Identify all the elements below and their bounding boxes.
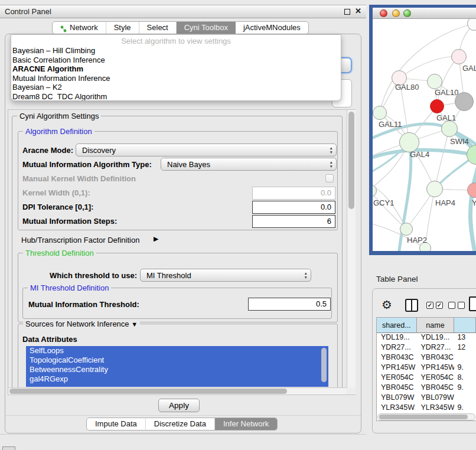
algorithm-option[interactable]: Basic Correlation Inference	[11, 56, 341, 65]
control-panel-bottom-divider	[0, 434, 366, 435]
cell: YBL079W	[417, 393, 455, 403]
network-canvas[interactable]: GAL GAL80 GAL10 GAL1 GAL11 SWI4 GAL4 GCY…	[373, 19, 476, 251]
node-hap2[interactable]	[400, 223, 413, 236]
mi-type-select[interactable]: Naive Bayes ▲▼	[161, 158, 337, 171]
manual-kernel-checkbox[interactable]	[325, 174, 334, 182]
attributes-scrollbar[interactable]	[321, 347, 327, 384]
mi-threshold-field[interactable]: 0.5	[248, 298, 331, 311]
document-icon[interactable]	[469, 296, 476, 311]
minimized-panel-icon[interactable]	[2, 446, 15, 450]
settings-vscrollbar-thumb[interactable]	[348, 112, 354, 209]
aracne-mode-value: Discovery	[82, 146, 116, 155]
apply-button[interactable]: Apply	[158, 399, 200, 412]
attribute-item[interactable]: SelfLoops	[26, 346, 328, 356]
mi-steps-field[interactable]: 6	[252, 215, 335, 228]
table-row[interactable]: YLR345W YLR345W 9.	[377, 403, 476, 413]
aracne-mode-label: Aracne Mode:	[22, 146, 73, 155]
algorithm-option-selected[interactable]: ARACNE Algorithm	[11, 64, 341, 74]
node-swi4[interactable]	[441, 120, 458, 137]
column-layout-icon[interactable]	[405, 299, 418, 312]
cell: YDR27...	[417, 343, 455, 353]
network-window-titlebar[interactable]	[373, 8, 476, 19]
node-gal11[interactable]	[373, 106, 387, 120]
node-hap4[interactable]	[426, 181, 443, 197]
settings-hscrollbar[interactable]	[8, 387, 347, 394]
cell: YBL079W	[377, 393, 417, 403]
tab-select[interactable]: Select	[139, 22, 177, 34]
which-threshold-select[interactable]: MI Threshold ▲▼	[140, 269, 311, 282]
tab-style[interactable]: Style	[106, 22, 139, 34]
which-threshold-value: MI Threshold	[146, 271, 191, 280]
tab-infer-network[interactable]: Infer Network	[215, 418, 277, 430]
table-hscrollbar-thumb[interactable]	[379, 415, 468, 419]
column-header-clipped[interactable]	[454, 318, 476, 333]
table-row[interactable]: YDL19... YDL19... 13	[377, 333, 476, 343]
hub-definition-toggle[interactable]: Hub/Transcription Factor Definition	[21, 236, 139, 244]
table-row[interactable]: YBR043C YBR043C	[377, 353, 476, 363]
algorithm-dropdown-placeholder: Select algorithm to view settings	[11, 35, 341, 46]
cyni-settings-legend: Cyni Algorithm Settings	[17, 112, 101, 120]
expanded-arrow-icon[interactable]: ▼	[131, 321, 138, 328]
column-header-name[interactable]: name	[417, 318, 455, 333]
cell: YER054C	[377, 373, 417, 383]
combo-stepper-icon: ▲▼	[330, 146, 333, 154]
window-close-button[interactable]	[380, 9, 387, 17]
node-label: GCY1	[373, 198, 394, 207]
dpi-tolerance-field[interactable]: 0.0	[252, 201, 335, 214]
cell: 9.	[454, 383, 476, 393]
tab-impute-data[interactable]: Impute Data	[87, 418, 146, 430]
collapsed-arrow-icon[interactable]: ▶	[154, 235, 158, 243]
mi-threshold-legend: MI Threshold Definition	[28, 283, 111, 292]
attribute-item[interactable]: BetweennessCentrality	[26, 365, 328, 374]
float-panel-icon[interactable]	[344, 9, 350, 15]
table-panel-title: Table Panel	[376, 275, 418, 283]
unchecked-box-icon	[458, 302, 465, 309]
attributes-scrollbar-thumb[interactable]	[321, 348, 327, 382]
algorithm-definition-legend: Algorithm Definition	[23, 127, 94, 136]
close-icon[interactable]: ✕	[355, 6, 361, 15]
show-columns-icon[interactable]: ✓ ✓	[426, 302, 443, 309]
tab-network[interactable]: Network	[53, 22, 106, 34]
window-minimize-button[interactable]	[392, 9, 400, 17]
table-row[interactable]: YBL079W YBL079W	[377, 393, 476, 403]
table-row[interactable]: YDR27... YDR27... 12	[377, 343, 476, 353]
algorithm-option[interactable]: Dream8 DC_TDC Algorithm	[11, 92, 341, 102]
table-row[interactable]: YER054C YER054C 8.	[377, 373, 476, 383]
cell: 8.	[454, 373, 476, 383]
threshold-definition-legend: Threshold Definition	[23, 249, 96, 257]
algorithm-option[interactable]: Bayesian – K2	[11, 83, 341, 92]
node-gal-top[interactable]	[451, 49, 467, 64]
settings-hscrollbar-thumb[interactable]	[9, 389, 287, 394]
window-zoom-button[interactable]	[403, 9, 411, 17]
gear-icon[interactable]: ⚙	[382, 297, 392, 312]
attribute-item[interactable]: gal4RGexp	[26, 374, 328, 384]
node-label: HAP2	[407, 236, 427, 244]
tab-discretize-data[interactable]: Discretize Data	[146, 418, 215, 430]
table-row[interactable]: YBR045C YBR045C 9.	[377, 383, 476, 393]
tab-cyni-toolbox[interactable]: Cyni Toolbox	[177, 22, 236, 34]
hide-columns-icon[interactable]	[448, 302, 465, 309]
algorithm-option[interactable]: Mutual Information Inference	[11, 74, 341, 83]
tab-select-label: Select	[147, 22, 168, 34]
node-gal4[interactable]	[399, 132, 419, 152]
node-gal10[interactable]	[427, 74, 442, 89]
cell: YDL19...	[417, 333, 455, 343]
kernel-width-field[interactable]: 0.0	[252, 187, 335, 200]
table-hscrollbar[interactable]	[377, 413, 475, 420]
settings-viewport: Cyni Algorithm Settings Algorithm Defini…	[8, 109, 356, 395]
combo-stepper-icon: ▲▼	[304, 271, 308, 279]
tab-jactivemnodules[interactable]: jActiveMNodules	[236, 22, 308, 34]
attribute-item[interactable]: TopologicalCoefficient	[26, 356, 328, 365]
node-table: shared... name YDL19... YDL19... 13 YDR2…	[376, 317, 476, 421]
settings-vscrollbar[interactable]	[347, 110, 356, 387]
tab-cyni-toolbox-label: Cyni Toolbox	[184, 22, 228, 34]
aracne-mode-select[interactable]: Discovery ▲▼	[76, 144, 337, 156]
node-label: GAL11	[379, 120, 402, 129]
cell: 9.	[454, 363, 476, 373]
algorithm-option[interactable]: Bayesian – Hill Climbing	[11, 46, 341, 56]
dpi-tolerance-label: DPI Tolerance [0,1]:	[22, 203, 93, 211]
table-row[interactable]: YPR145W YPR145W 9.	[377, 363, 476, 373]
column-header-shared-name[interactable]: shared...	[377, 318, 417, 333]
node-gal1[interactable]	[430, 99, 444, 113]
cell: YDR27...	[377, 343, 417, 353]
